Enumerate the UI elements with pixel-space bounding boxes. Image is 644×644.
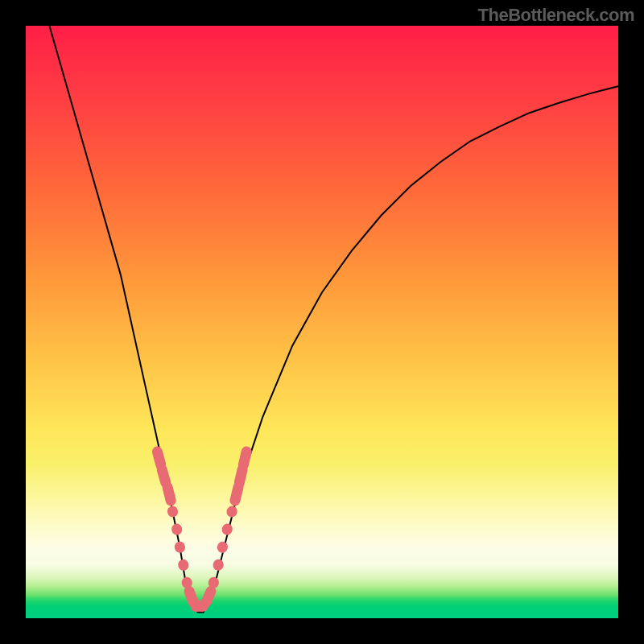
curve-marker: [237, 445, 253, 471]
plot-area: [26, 26, 618, 618]
curve-marker: [167, 505, 180, 518]
curve-marker: [161, 481, 177, 506]
curve-layer: [26, 26, 618, 618]
marker-group: [151, 445, 253, 613]
curve-marker: [216, 540, 229, 554]
curve-marker: [212, 558, 225, 572]
bottleneck-curve: [49, 26, 618, 613]
curve-marker: [171, 522, 183, 535]
curve-marker: [177, 559, 189, 572]
curve-marker: [225, 505, 238, 518]
curve-marker: [221, 522, 233, 536]
curve-marker: [174, 541, 186, 554]
figure-frame: TheBottleneck.com: [0, 0, 644, 644]
watermark-text: TheBottleneck.com: [478, 5, 634, 26]
